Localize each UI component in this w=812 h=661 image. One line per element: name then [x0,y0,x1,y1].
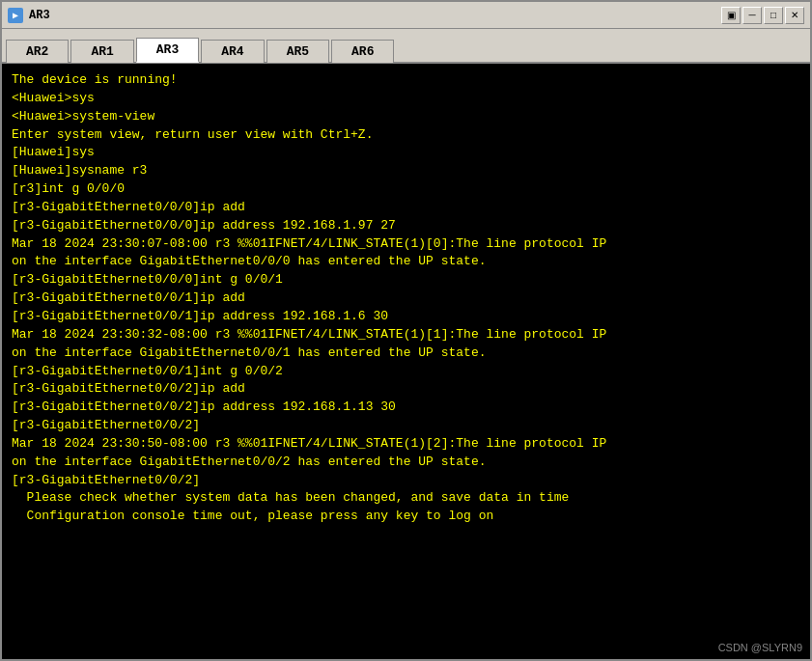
tab-ar2[interactable]: AR2 [6,40,69,63]
terminal-line: Mar 18 2024 23:30:32-08:00 r3 %%01IFNET/… [12,326,800,344]
tab-ar4[interactable]: AR4 [201,40,264,63]
terminal-line: [r3-GigabitEthernet0/0/1]ip add [12,289,800,308]
terminal-line: [r3-GigabitEthernet0/0/2] [12,472,800,490]
terminal-line: <Huawei>sys [12,90,800,108]
tab-ar5[interactable]: AR5 [266,40,329,63]
terminal-line: Enter system view, return user view with… [12,126,800,145]
terminal-line: [r3]int g 0/0/0 [12,180,800,199]
terminal-line: Please check whether system data has bee… [12,489,800,508]
minimize-button[interactable]: ─ [742,7,762,24]
terminal-line: [Huawei]sysname r3 [12,162,800,180]
terminal-line: on the interface GigabitEthernet0/0/1 ha… [12,344,800,363]
title-bar: ▶ AR3 ▣ ─ □ ✕ [2,2,810,29]
terminal-window: ▶ AR3 ▣ ─ □ ✕ AR2 AR1 AR3 AR4 AR5 AR6 Th… [0,0,812,661]
terminal-line: Mar 18 2024 23:30:07-08:00 r3 %%01IFNET/… [12,235,800,254]
terminal-line: [r3-GigabitEthernet0/0/2]ip add [12,380,800,399]
terminal-line: on the interface GigabitEthernet0/0/2 ha… [12,454,800,472]
terminal-output[interactable]: The device is running!<Huawei>sys<Huawei… [2,64,810,659]
terminal-line: [r3-GigabitEthernet0/0/1]ip address 192.… [12,308,800,326]
tab-ar6[interactable]: AR6 [331,40,394,63]
terminal-line: [r3-GigabitEthernet0/0/1]int g 0/0/2 [12,363,800,381]
app-icon: ▶ [8,8,23,23]
terminal-line: Mar 18 2024 23:30:50-08:00 r3 %%01IFNET/… [12,435,800,454]
terminal-line: Configuration console time out, please p… [12,508,800,526]
terminal-line: [r3-GigabitEthernet0/0/2] [12,417,800,435]
terminal-line: [r3-GigabitEthernet0/0/2]ip address 192.… [12,399,800,417]
terminal-line: on the interface GigabitEthernet0/0/0 ha… [12,253,800,271]
maximize-button[interactable]: □ [764,7,783,24]
terminal-line: The device is running! [12,71,800,90]
terminal-line: [r3-GigabitEthernet0/0/0]ip address 192.… [12,217,800,235]
watermark: CSDN @SLYRN9 [718,642,802,653]
window-controls: ▣ ─ □ ✕ [721,7,804,24]
restore-button[interactable]: ▣ [721,7,741,24]
tab-ar1[interactable]: AR1 [70,40,133,63]
tab-bar: AR2 AR1 AR3 AR4 AR5 AR6 [2,29,810,64]
tab-ar3[interactable]: AR3 [136,38,199,63]
terminal-line: [Huawei]sys [12,144,800,162]
terminal-line: [r3-GigabitEthernet0/0/0]ip add [12,199,800,217]
close-button[interactable]: ✕ [785,7,804,24]
terminal-line: [r3-GigabitEthernet0/0/0]int g 0/0/1 [12,271,800,289]
terminal-line: <Huawei>system-view [12,108,800,126]
title-bar-left: ▶ AR3 [8,8,50,23]
application-window: ▶ AR3 ▣ ─ □ ✕ AR2 AR1 AR3 AR4 AR5 AR6 Th… [0,0,812,661]
window-title: AR3 [29,9,50,22]
